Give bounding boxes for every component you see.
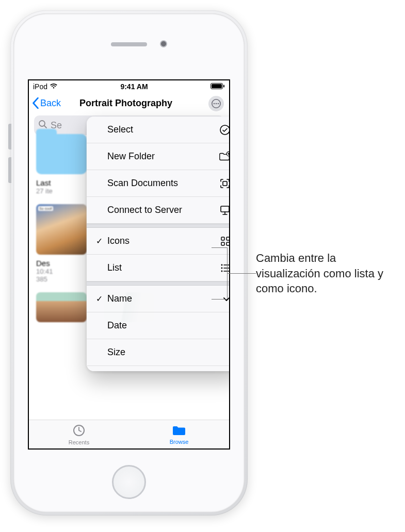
carrier-label: iPod — [33, 82, 47, 91]
list-icon — [219, 262, 230, 274]
svg-point-5 — [216, 103, 217, 105]
menu-separator — [87, 224, 230, 228]
select-circle-icon — [219, 124, 230, 136]
menu-overflow — [87, 366, 230, 371]
grid-icon — [219, 236, 230, 247]
file-name: Des — [36, 259, 90, 268]
folder-icon — [171, 424, 187, 438]
volume-down-button — [8, 157, 11, 183]
front-camera — [160, 40, 167, 47]
menu-label: Scan Documents — [107, 178, 219, 189]
folder-name: Last — [36, 178, 90, 187]
home-button[interactable] — [112, 465, 146, 499]
menu-select[interactable]: Select — [87, 117, 230, 143]
svg-line-8 — [44, 126, 46, 128]
tab-browse[interactable]: Browse — [129, 420, 229, 448]
menu-sort-date[interactable]: Date — [87, 312, 230, 339]
menu-sort-size[interactable]: Size — [87, 339, 230, 366]
svg-point-19 — [221, 270, 223, 272]
file-tile[interactable]: So cool! Des 10:41 385 — [36, 204, 90, 283]
menu-view-list[interactable]: List — [87, 255, 230, 281]
svg-rect-1 — [212, 84, 222, 88]
folder-tile[interactable]: Last 27 ite — [36, 134, 90, 195]
menu-scan-documents[interactable]: Scan Documents — [87, 170, 230, 197]
menu-label: Icons — [107, 236, 219, 246]
svg-point-7 — [39, 121, 45, 126]
clock-label: 9:41 AM — [120, 82, 148, 91]
device-bezel: iPod 9:41 AM Back Portrait — [13, 13, 245, 512]
back-label: Back — [40, 98, 61, 109]
svg-point-17 — [221, 264, 223, 265]
image-thumbnail: So cool! — [36, 204, 87, 255]
context-menu: Select New Folder Scan Documents — [87, 117, 230, 371]
menu-connect-server[interactable]: Connect to Server — [87, 197, 230, 224]
tab-recents[interactable]: Recents — [29, 420, 129, 448]
server-icon — [219, 204, 230, 217]
file-time: 10:41 — [36, 268, 90, 275]
speaker-grille — [111, 42, 147, 46]
menu-label: Select — [107, 124, 219, 135]
svg-point-6 — [218, 103, 219, 105]
scan-icon — [219, 177, 230, 190]
device-frame: iPod 9:41 AM Back Portrait — [10, 10, 248, 516]
svg-rect-15 — [221, 242, 224, 245]
callout-connector — [227, 273, 256, 274]
svg-rect-12 — [221, 206, 229, 212]
back-button[interactable]: Back — [32, 97, 61, 109]
svg-rect-13 — [221, 237, 224, 240]
checkmark-icon: ✓ — [96, 294, 107, 304]
svg-point-4 — [214, 103, 215, 105]
file-size: 385 — [36, 275, 90, 283]
folder-icon — [36, 134, 87, 174]
menu-label: Name — [107, 293, 219, 304]
status-bar: iPod 9:41 AM — [29, 80, 229, 93]
callout-connector — [212, 247, 227, 248]
more-button[interactable] — [208, 96, 224, 111]
menu-label: Date — [107, 320, 219, 331]
menu-label: Connect to Server — [107, 205, 219, 215]
menu-sort-name[interactable]: ✓ Name — [87, 286, 230, 312]
menu-new-folder[interactable]: New Folder — [87, 143, 230, 170]
nav-bar: Back Portrait Photography — [29, 93, 229, 113]
clock-icon — [72, 423, 86, 439]
page-title: Portrait Photography — [79, 98, 172, 109]
image-thumbnail[interactable] — [36, 292, 87, 322]
menu-label: List — [107, 262, 219, 273]
svg-rect-14 — [226, 237, 230, 240]
screen: iPod 9:41 AM Back Portrait — [28, 79, 230, 450]
callout-connector — [212, 299, 227, 300]
svg-point-9 — [220, 125, 230, 135]
battery-icon — [210, 82, 225, 91]
menu-separator — [87, 281, 230, 286]
menu-label: Size — [107, 347, 219, 358]
tab-label: Recents — [69, 439, 89, 445]
wifi-icon — [50, 82, 58, 91]
new-folder-icon — [219, 151, 230, 162]
volume-up-button — [8, 124, 11, 149]
tab-label: Browse — [170, 439, 189, 445]
menu-label: New Folder — [107, 151, 219, 162]
svg-rect-16 — [226, 242, 230, 245]
folder-subtitle: 27 ite — [36, 187, 90, 195]
checkmark-icon: ✓ — [96, 236, 107, 246]
svg-rect-2 — [223, 85, 224, 88]
svg-point-18 — [221, 267, 223, 269]
callout-text: Cambia entre la visualización como lista… — [256, 251, 395, 296]
tab-bar: Recents Browse — [29, 420, 229, 448]
svg-rect-11 — [223, 181, 227, 186]
menu-view-icons[interactable]: ✓ Icons — [87, 228, 230, 255]
